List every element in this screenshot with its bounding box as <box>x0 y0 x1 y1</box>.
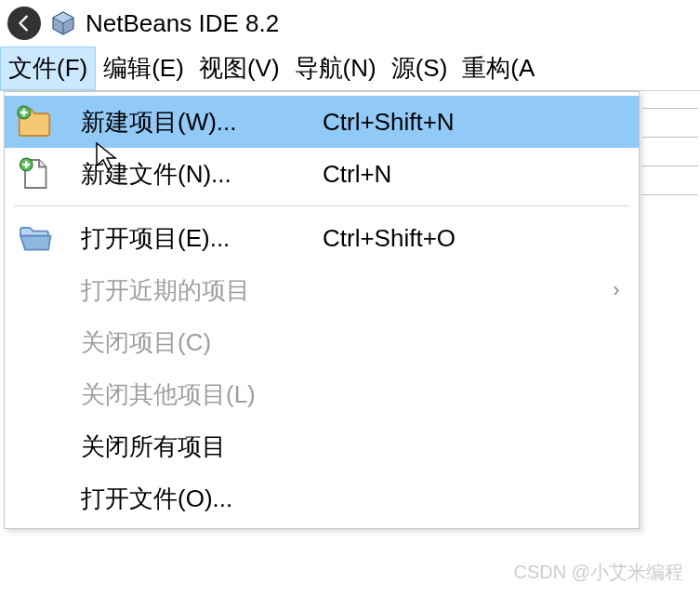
menu-item-close-all-projects[interactable]: 关闭所有项目 <box>5 420 639 472</box>
menu-item-label: 关闭其他项目(L) <box>81 378 323 411</box>
menu-item-open-file[interactable]: 打开文件(O)... <box>5 472 639 524</box>
menu-navigate[interactable]: 导航(N) <box>287 46 384 90</box>
blank-icon <box>16 272 53 309</box>
menu-item-label: 新建文件(N)... <box>81 158 323 191</box>
netbeans-app-icon <box>50 10 76 36</box>
menubar: 文件(F) 编辑(E) 视图(V) 导航(N) 源(S) 重构(A <box>0 46 700 91</box>
blank-icon <box>16 324 53 361</box>
menu-item-close-other-projects[interactable]: 关闭其他项目(L) <box>5 368 639 420</box>
menu-item-open-project[interactable]: 打开项目(E)... Ctrl+Shift+O <box>5 212 639 264</box>
menu-item-shortcut: Ctrl+Shift+N <box>323 108 607 137</box>
menu-view[interactable]: 视图(V) <box>192 46 287 90</box>
menu-file[interactable]: 文件(F) <box>0 46 96 90</box>
arrow-left-icon <box>14 13 34 33</box>
titlebar: NetBeans IDE 8.2 <box>0 0 700 46</box>
menu-item-close-project[interactable]: 关闭项目(C) <box>5 316 639 368</box>
blank-icon <box>16 480 53 517</box>
menu-item-shortcut: Ctrl+N <box>323 160 607 189</box>
blank-icon <box>16 376 53 413</box>
submenu-arrow-icon: › <box>607 278 626 302</box>
menu-source[interactable]: 源(S) <box>384 46 456 90</box>
open-project-icon <box>16 219 53 257</box>
menu-item-new-project[interactable]: 新建项目(W)... Ctrl+Shift+N <box>5 96 639 148</box>
menu-item-label: 打开项目(E)... <box>81 222 323 255</box>
app-title: NetBeans IDE 8.2 <box>86 9 279 38</box>
menu-item-new-file[interactable]: 新建文件(N)... Ctrl+N <box>5 148 639 200</box>
menu-item-open-recent-project[interactable]: 打开近期的项目 › <box>5 264 639 316</box>
menu-item-label: 打开文件(O)... <box>81 483 323 515</box>
menu-item-label: 新建项目(W)... <box>81 106 323 139</box>
back-button[interactable] <box>7 7 41 40</box>
menu-refactor[interactable]: 重构(A <box>455 46 542 90</box>
file-menu-dropdown: 新建项目(W)... Ctrl+Shift+N 新建文件(N)... Ctrl+… <box>4 91 640 529</box>
new-file-icon <box>16 155 53 192</box>
blank-icon <box>16 428 53 465</box>
new-project-icon <box>16 103 53 140</box>
menu-item-label: 打开近期的项目 <box>81 274 323 307</box>
menu-separator <box>14 205 629 206</box>
menu-item-shortcut: Ctrl+Shift+O <box>323 224 607 253</box>
toolbar-separator-lines <box>642 108 698 223</box>
watermark-text: CSDN @小艾米编程 <box>513 560 683 585</box>
menu-edit[interactable]: 编辑(E) <box>96 46 192 90</box>
menu-item-label: 关闭项目(C) <box>81 326 323 359</box>
menu-item-label: 关闭所有项目 <box>81 430 323 463</box>
